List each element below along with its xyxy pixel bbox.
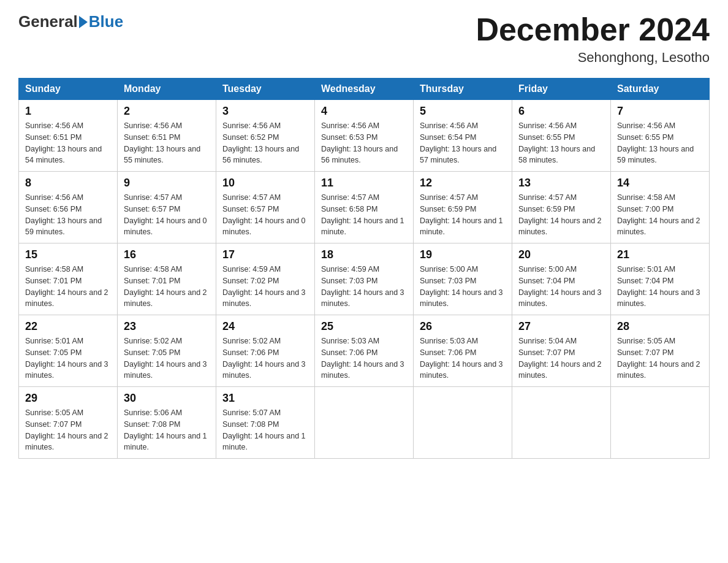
day-number: 5 (420, 105, 506, 118)
day-number: 31 (222, 392, 308, 405)
calendar-week-3: 15 Sunrise: 4:58 AMSunset: 7:01 PMDaylig… (19, 243, 710, 315)
logo: General Blue (18, 12, 123, 31)
calendar-cell (315, 387, 414, 459)
day-number: 16 (124, 248, 210, 261)
calendar-cell: 4 Sunrise: 4:56 AMSunset: 6:53 PMDayligh… (315, 100, 414, 172)
calendar-cell: 27 Sunrise: 5:04 AMSunset: 7:07 PMDaylig… (512, 315, 611, 387)
day-info: Sunrise: 5:03 AMSunset: 7:06 PMDaylight:… (420, 337, 503, 380)
calendar-cell: 31 Sunrise: 5:07 AMSunset: 7:08 PMDaylig… (216, 387, 315, 459)
day-number: 25 (321, 320, 407, 333)
day-number: 19 (420, 248, 506, 261)
day-info: Sunrise: 5:05 AMSunset: 7:07 PMDaylight:… (617, 337, 700, 380)
day-number: 1 (25, 105, 111, 118)
calendar-week-5: 29 Sunrise: 5:05 AMSunset: 7:07 PMDaylig… (19, 387, 710, 459)
day-info: Sunrise: 4:56 AMSunset: 6:55 PMDaylight:… (617, 121, 694, 164)
day-number: 9 (124, 177, 210, 190)
day-info: Sunrise: 4:57 AMSunset: 6:59 PMDaylight:… (518, 193, 602, 236)
calendar-cell: 25 Sunrise: 5:03 AMSunset: 7:06 PMDaylig… (315, 315, 414, 387)
day-number: 22 (25, 320, 111, 333)
day-number: 10 (222, 177, 308, 190)
day-info: Sunrise: 5:01 AMSunset: 7:05 PMDaylight:… (25, 337, 108, 380)
calendar-cell: 16 Sunrise: 4:58 AMSunset: 7:01 PMDaylig… (118, 243, 216, 315)
day-info: Sunrise: 4:56 AMSunset: 6:51 PMDaylight:… (124, 121, 200, 164)
day-info: Sunrise: 5:03 AMSunset: 7:06 PMDaylight:… (321, 337, 404, 380)
calendar-cell: 24 Sunrise: 5:02 AMSunset: 7:06 PMDaylig… (216, 315, 315, 387)
day-info: Sunrise: 5:06 AMSunset: 7:08 PMDaylight:… (124, 408, 207, 451)
calendar-cell: 17 Sunrise: 4:59 AMSunset: 7:02 PMDaylig… (216, 243, 315, 315)
calendar-cell: 10 Sunrise: 4:57 AMSunset: 6:57 PMDaylig… (216, 172, 315, 243)
day-number: 21 (617, 248, 703, 261)
day-number: 14 (617, 177, 703, 190)
day-info: Sunrise: 5:01 AMSunset: 7:04 PMDaylight:… (617, 265, 700, 308)
day-info: Sunrise: 4:58 AMSunset: 7:01 PMDaylight:… (124, 265, 207, 308)
day-info: Sunrise: 4:57 AMSunset: 6:59 PMDaylight:… (420, 193, 503, 236)
day-info: Sunrise: 4:56 AMSunset: 6:51 PMDaylight:… (25, 121, 102, 164)
calendar-week-1: 1 Sunrise: 4:56 AMSunset: 6:51 PMDayligh… (19, 100, 710, 172)
day-number: 27 (518, 320, 604, 333)
day-number: 8 (25, 177, 111, 190)
day-info: Sunrise: 4:56 AMSunset: 6:55 PMDaylight:… (518, 121, 595, 164)
logo-arrow-icon (79, 16, 88, 28)
day-info: Sunrise: 4:56 AMSunset: 6:56 PMDaylight:… (25, 193, 102, 236)
calendar-cell (414, 387, 512, 459)
day-info: Sunrise: 4:56 AMSunset: 6:53 PMDaylight:… (321, 121, 398, 164)
day-number: 20 (518, 248, 604, 261)
day-info: Sunrise: 4:59 AMSunset: 7:03 PMDaylight:… (321, 265, 404, 308)
calendar-cell: 2 Sunrise: 4:56 AMSunset: 6:51 PMDayligh… (118, 100, 216, 172)
calendar-cell: 9 Sunrise: 4:57 AMSunset: 6:57 PMDayligh… (118, 172, 216, 243)
month-title: December 2024 (476, 12, 710, 47)
calendar-cell: 3 Sunrise: 4:56 AMSunset: 6:52 PMDayligh… (216, 100, 315, 172)
day-number: 7 (617, 105, 703, 118)
day-info: Sunrise: 5:02 AMSunset: 7:05 PMDaylight:… (124, 337, 207, 380)
day-info: Sunrise: 5:00 AMSunset: 7:03 PMDaylight:… (420, 265, 503, 308)
calendar-header-row: SundayMondayTuesdayWednesdayThursdayFrid… (19, 79, 710, 100)
day-number: 3 (222, 105, 308, 118)
page-header: General Blue December 2024 Sehonghong, L… (18, 12, 710, 66)
day-number: 15 (25, 248, 111, 261)
calendar-cell: 28 Sunrise: 5:05 AMSunset: 7:07 PMDaylig… (611, 315, 710, 387)
day-info: Sunrise: 5:05 AMSunset: 7:07 PMDaylight:… (25, 408, 108, 451)
calendar-cell: 11 Sunrise: 4:57 AMSunset: 6:58 PMDaylig… (315, 172, 414, 243)
day-number: 30 (124, 392, 210, 405)
day-info: Sunrise: 4:56 AMSunset: 6:54 PMDaylight:… (420, 121, 496, 164)
calendar-cell: 20 Sunrise: 5:00 AMSunset: 7:04 PMDaylig… (512, 243, 611, 315)
calendar-cell: 7 Sunrise: 4:56 AMSunset: 6:55 PMDayligh… (611, 100, 710, 172)
calendar-cell: 8 Sunrise: 4:56 AMSunset: 6:56 PMDayligh… (19, 172, 118, 243)
day-number: 11 (321, 177, 407, 190)
calendar-cell (512, 387, 611, 459)
column-header-friday: Friday (512, 79, 611, 100)
calendar-cell: 26 Sunrise: 5:03 AMSunset: 7:06 PMDaylig… (414, 315, 512, 387)
calendar-cell: 14 Sunrise: 4:58 AMSunset: 7:00 PMDaylig… (611, 172, 710, 243)
day-info: Sunrise: 5:02 AMSunset: 7:06 PMDaylight:… (222, 337, 306, 380)
column-header-thursday: Thursday (414, 79, 512, 100)
column-header-wednesday: Wednesday (315, 79, 414, 100)
calendar-cell: 22 Sunrise: 5:01 AMSunset: 7:05 PMDaylig… (19, 315, 118, 387)
day-number: 13 (518, 177, 604, 190)
column-header-saturday: Saturday (611, 79, 710, 100)
logo-blue-text: Blue (89, 12, 123, 31)
calendar-cell: 1 Sunrise: 4:56 AMSunset: 6:51 PMDayligh… (19, 100, 118, 172)
day-info: Sunrise: 5:00 AMSunset: 7:04 PMDaylight:… (518, 265, 602, 308)
calendar-cell: 29 Sunrise: 5:05 AMSunset: 7:07 PMDaylig… (19, 387, 118, 459)
calendar-cell: 6 Sunrise: 4:56 AMSunset: 6:55 PMDayligh… (512, 100, 611, 172)
calendar-cell: 18 Sunrise: 4:59 AMSunset: 7:03 PMDaylig… (315, 243, 414, 315)
day-info: Sunrise: 4:57 AMSunset: 6:58 PMDaylight:… (321, 193, 404, 236)
location-title: Sehonghong, Lesotho (476, 50, 710, 66)
day-number: 17 (222, 248, 308, 261)
calendar-table: SundayMondayTuesdayWednesdayThursdayFrid… (18, 78, 710, 459)
day-number: 23 (124, 320, 210, 333)
day-number: 6 (518, 105, 604, 118)
calendar-cell: 21 Sunrise: 5:01 AMSunset: 7:04 PMDaylig… (611, 243, 710, 315)
day-info: Sunrise: 4:58 AMSunset: 7:00 PMDaylight:… (617, 193, 700, 236)
title-block: December 2024 Sehonghong, Lesotho (476, 12, 710, 66)
day-number: 24 (222, 320, 308, 333)
day-info: Sunrise: 4:58 AMSunset: 7:01 PMDaylight:… (25, 265, 108, 308)
day-info: Sunrise: 4:57 AMSunset: 6:57 PMDaylight:… (124, 193, 207, 236)
logo-general-text: General (18, 12, 78, 31)
day-number: 28 (617, 320, 703, 333)
day-info: Sunrise: 4:57 AMSunset: 6:57 PMDaylight:… (222, 193, 306, 236)
calendar-cell: 30 Sunrise: 5:06 AMSunset: 7:08 PMDaylig… (118, 387, 216, 459)
day-info: Sunrise: 5:07 AMSunset: 7:08 PMDaylight:… (222, 408, 306, 451)
day-info: Sunrise: 4:56 AMSunset: 6:52 PMDaylight:… (222, 121, 299, 164)
calendar-week-2: 8 Sunrise: 4:56 AMSunset: 6:56 PMDayligh… (19, 172, 710, 243)
